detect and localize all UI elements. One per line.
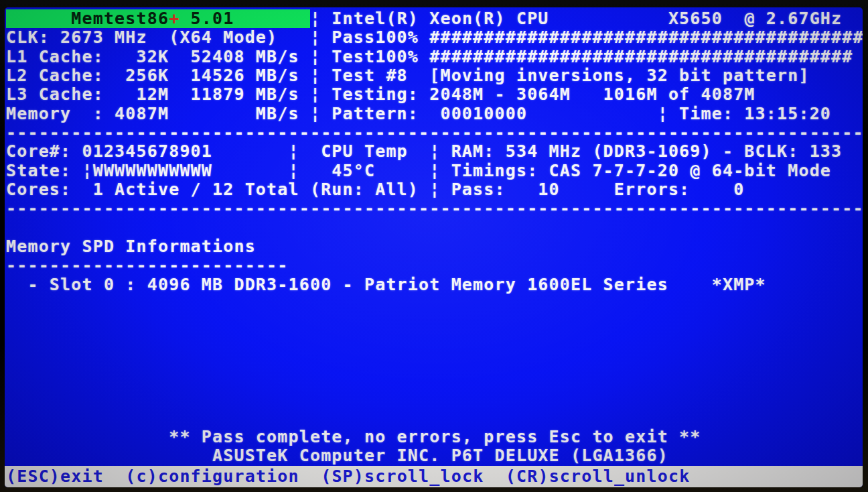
blank-row: [6, 389, 863, 408]
key-hint-esc-exit[interactable]: (ESC)exit: [6, 467, 104, 486]
core-state-temp-timings: State: ¦WWWWWWWWWWW ¦ 45°C ¦ Timings: CA…: [6, 162, 863, 180]
blank-row: [6, 314, 863, 332]
monitor-bezel: Memtest86+ 5.01 ¦ Intel(R) Xeon(R) CPU X…: [0, 0, 868, 492]
spd-slot0: - Slot 0 : 4096 MB DDR3-1600 - Patriot M…: [6, 275, 863, 294]
blank-row: [6, 371, 863, 389]
pass-complete-text: ** Pass complete, no errors, press Esc t…: [6, 428, 701, 446]
spd-underline: --------------------------: [6, 256, 863, 275]
separator-line: ----------------------------------------…: [6, 199, 863, 218]
key-hint-sp-scroll-lock[interactable]: (SP)scroll_lock: [321, 467, 484, 486]
blank-row: [6, 408, 863, 427]
pass-complete-message: ** Pass complete, no errors, press Esc t…: [6, 428, 863, 446]
l2-testname-line: L2 Cache: 256K 14526 MB/s ¦ Test #8 [Mov…: [6, 66, 810, 85]
blank-row: [6, 332, 863, 351]
memtest-title: Memtest86: [6, 9, 169, 28]
key-hint-c-configuration[interactable]: (c)configuration: [125, 467, 299, 486]
blank-row: [6, 219, 863, 237]
l1-cache-and-test-progress: L1 Cache: 32K 52408 MB/s ¦ Test100% ####…: [6, 48, 863, 66]
cpu-model: ¦ Intel(R) Xeon(R) CPU X5650 @ 2.67GHz: [310, 9, 842, 28]
header-row: Memtest86+ 5.01 ¦ Intel(R) Xeon(R) CPU X…: [6, 9, 863, 28]
state-temp-timings-line: State: ¦WWWWWWWWWWW ¦ 45°C ¦ Timings: CA…: [6, 162, 831, 180]
spd-heading: Memory SPD Informations: [6, 237, 863, 256]
l3-testing-line: L3 Cache: 12M 11879 MB/s ¦ Testing: 2048…: [6, 85, 755, 104]
memtest-version: 5.01: [179, 9, 310, 28]
key-hint-cr-scroll-unlock[interactable]: (CR)scroll_unlock: [506, 467, 691, 486]
dashed-separator: ----------------------------------------…: [6, 123, 863, 142]
core-temp-ram-line: Core#: 012345678901 ¦ CPU Temp ¦ RAM: 53…: [6, 142, 842, 161]
dashed-underline: --------------------------: [6, 256, 289, 275]
l2-cache-and-test-name: L2 Cache: 256K 14526 MB/s ¦ Test #8 [Mov…: [6, 66, 863, 85]
clk-pass-line: CLK: 2673 MHz (X64 Mode) ¦ Pass100% ####…: [6, 28, 863, 47]
motherboard-info: ASUSTeK Computer INC. P6T DELUXE (LGA136…: [6, 446, 863, 465]
dashed-separator: ----------------------------------------…: [6, 199, 863, 218]
clk-and-pass-progress: CLK: 2673 MHz (X64 Mode) ¦ Pass100% ####…: [6, 28, 863, 47]
memory-pattern-time-line: Memory : 4087M MB/s ¦ Pattern: 00010000 …: [6, 105, 831, 123]
memtest-title-plus: +: [169, 9, 179, 28]
slot0-info: - Slot 0 : 4096 MB DDR3-1600 - Patriot M…: [6, 275, 766, 294]
motherboard-text: ASUSTeK Computer INC. P6T DELUXE (LGA136…: [6, 446, 668, 465]
separator-line: ----------------------------------------…: [6, 123, 863, 142]
blank-row: [6, 351, 863, 370]
cores-pass-errors-line: Cores: 1 Active / 12 Total (Run: All) ¦ …: [6, 180, 744, 199]
blank-row: [6, 294, 863, 313]
memory-and-pattern-time: Memory : 4087M MB/s ¦ Pattern: 00010000 …: [6, 105, 863, 123]
core-map-cpu-temp-ram: Core#: 012345678901 ¦ CPU Temp ¦ RAM: 53…: [6, 142, 863, 161]
l3-cache-and-testing-range: L3 Cache: 12M 11879 MB/s ¦ Testing: 2048…: [6, 85, 863, 104]
cores-active-pass-errors: Cores: 1 Active / 12 Total (Run: All) ¦ …: [6, 180, 863, 199]
terminal-grid: Memtest86+ 5.01 ¦ Intel(R) Xeon(R) CPU X…: [6, 9, 863, 465]
l1-test-line: L1 Cache: 32K 52408 MB/s ¦ Test100% ####…: [6, 48, 853, 66]
status-bar: (ESC)exit (c)configuration (SP)scroll_lo…: [5, 466, 863, 487]
memtest-screen: Memtest86+ 5.01 ¦ Intel(R) Xeon(R) CPU X…: [5, 7, 863, 487]
spd-heading-text: Memory SPD Informations: [6, 237, 256, 256]
